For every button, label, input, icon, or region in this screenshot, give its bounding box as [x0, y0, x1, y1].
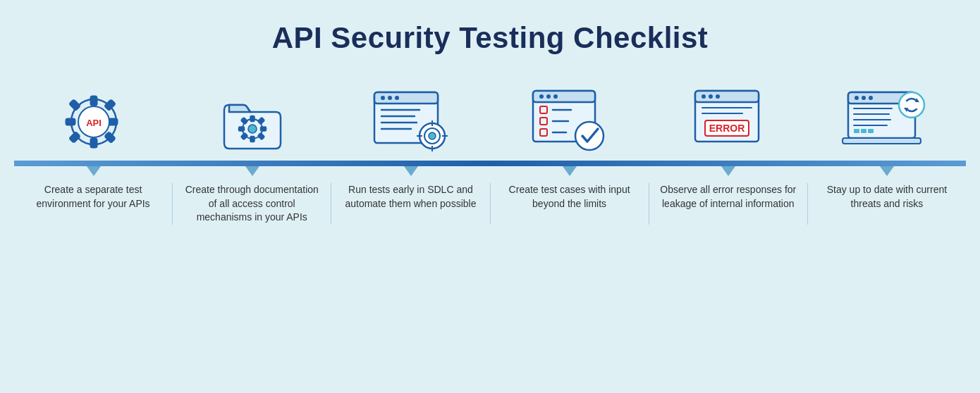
- icon-cell-1: API: [14, 83, 173, 161]
- text-label-2: Create through documentation of all acce…: [181, 183, 322, 225]
- arrow-1: [14, 166, 173, 176]
- text-label-4: Create test cases with input beyond the …: [499, 183, 640, 211]
- text-row: Create a separate test environment for y…: [14, 183, 966, 225]
- laptop-refresh-icon: [845, 83, 929, 161]
- arrows-row: [14, 166, 966, 176]
- icons-row: API: [14, 83, 966, 161]
- icon-cell-3: [331, 83, 490, 161]
- arrow-2: [173, 166, 331, 176]
- text-cell-4: Create test cases with input beyond the …: [491, 183, 649, 225]
- svg-rect-16: [261, 127, 266, 130]
- text-label-6: Stay up to date with current threats and…: [816, 183, 957, 211]
- text-label-3: Run tests early in SDLC and automate the…: [340, 183, 481, 211]
- svg-rect-70: [843, 138, 921, 144]
- svg-rect-6: [104, 99, 114, 109]
- svg-point-61: [862, 96, 866, 100]
- svg-point-52: [709, 94, 713, 99]
- svg-point-40: [546, 94, 551, 99]
- svg-point-25: [395, 96, 399, 100]
- text-cell-6: Stay up to date with current threats and…: [808, 183, 966, 225]
- arrow-4: [490, 166, 649, 176]
- arrow-6: [807, 166, 966, 176]
- checklist-check-icon: [527, 83, 612, 161]
- svg-point-12: [248, 125, 257, 133]
- browser-target-icon: [369, 83, 453, 161]
- arrow-5: [649, 166, 807, 176]
- svg-point-39: [539, 94, 544, 99]
- page-title: API Security Testing Checklist: [272, 21, 709, 55]
- svg-rect-1: [91, 96, 97, 105]
- svg-point-51: [702, 94, 706, 99]
- text-label-1: Create a separate test environment for y…: [23, 183, 164, 211]
- icon-cell-4: [490, 83, 649, 161]
- folder-gear-icon: [210, 83, 295, 161]
- svg-point-71: [899, 92, 924, 118]
- svg-point-32: [429, 132, 436, 139]
- svg-rect-7: [69, 132, 79, 142]
- svg-rect-2: [91, 139, 97, 147]
- gear-api-icon: API: [51, 83, 136, 161]
- svg-point-60: [855, 96, 859, 100]
- svg-point-23: [381, 96, 385, 100]
- text-cell-1: Create a separate test environment for y…: [14, 183, 173, 225]
- checklist-row: API: [14, 83, 966, 225]
- svg-rect-3: [66, 119, 75, 125]
- svg-rect-13: [250, 116, 254, 121]
- svg-text:ERROR: ERROR: [709, 123, 745, 134]
- svg-point-24: [388, 96, 392, 100]
- svg-point-62: [869, 96, 873, 100]
- text-label-5: Observe all error responses for leakage …: [658, 183, 799, 211]
- svg-rect-69: [868, 129, 874, 133]
- icon-cell-2: [173, 83, 331, 161]
- arrow-3: [331, 166, 490, 176]
- svg-rect-14: [250, 137, 254, 142]
- svg-rect-15: [239, 127, 244, 130]
- svg-rect-5: [69, 99, 79, 109]
- text-cell-2: Create through documentation of all acce…: [173, 183, 331, 225]
- svg-text:API: API: [86, 118, 102, 128]
- svg-point-41: [553, 94, 558, 99]
- svg-point-53: [716, 94, 720, 99]
- page-container: API Security Testing Checklist: [0, 0, 980, 393]
- svg-rect-68: [861, 129, 866, 133]
- divider-bar: [14, 161, 966, 166]
- svg-rect-67: [854, 129, 859, 133]
- text-cell-5: Observe all error responses for leakage …: [649, 183, 808, 225]
- svg-point-48: [575, 122, 604, 150]
- icon-cell-5: ERROR: [649, 83, 807, 161]
- text-cell-3: Run tests early in SDLC and automate the…: [331, 183, 490, 225]
- icon-cell-6: [807, 83, 966, 161]
- error-screen-icon: ERROR: [686, 83, 771, 161]
